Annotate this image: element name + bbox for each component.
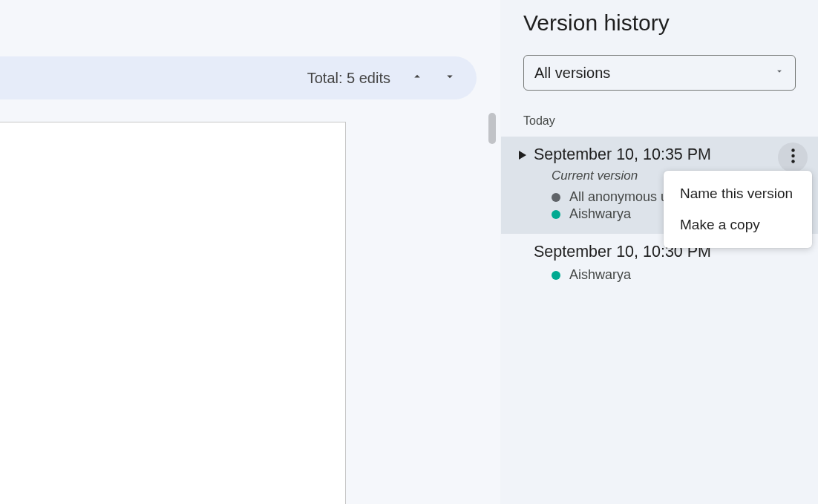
body-line: your SaaS platform, and a <box>0 379 293 402</box>
body-line: sfied customer and one who quickly <box>0 402 293 426</box>
document-paragraph: your SaaS platform, and a sfied customer… <box>0 379 293 449</box>
document-area: Total: 5 edits roduct Tour for -by-Step … <box>0 0 500 504</box>
filter-selected-label: All versions <box>534 65 610 82</box>
svg-point-2 <box>791 160 794 163</box>
version-history-panel: Version history All versions Today Septe… <box>500 0 818 504</box>
edits-summary-bar: Total: 5 edits <box>0 56 477 99</box>
body-line: hat engages users, showcases key <box>0 488 293 504</box>
editor-row: Aishwarya <box>552 267 796 283</box>
version-filter-select[interactable]: All versions <box>523 55 796 91</box>
menu-name-version[interactable]: Name this version <box>664 178 812 209</box>
expand-icon[interactable] <box>517 151 528 160</box>
document-title: roduct Tour for -by-Step Guide <box>0 241 293 340</box>
menu-make-copy[interactable]: Make a copy <box>664 209 812 240</box>
caret-down-icon <box>774 66 785 79</box>
editor-color-dot <box>552 271 560 280</box>
editor-color-dot <box>552 210 560 219</box>
version-timestamp: September 10, 10:35 PM <box>534 145 711 164</box>
more-vert-icon <box>791 148 795 166</box>
version-more-button[interactable] <box>778 143 808 172</box>
editor-color-dot <box>552 193 560 202</box>
app-root: Total: 5 edits roduct Tour for -by-Step … <box>0 0 818 504</box>
next-edit-button[interactable] <box>435 63 465 93</box>
svg-point-0 <box>791 148 794 151</box>
body-line: rates value, and helps them <box>0 426 293 450</box>
document-paragraph: hat engages users, showcases key <box>0 488 293 504</box>
editor-name: Aishwarya <box>569 206 631 222</box>
document-page: roduct Tour for -by-Step Guide your SaaS… <box>0 122 346 504</box>
chevron-down-icon <box>443 70 457 86</box>
svg-point-1 <box>791 154 794 157</box>
editor-name: Aishwarya <box>569 267 631 283</box>
panel-title: Version history <box>501 0 818 36</box>
group-label-today: Today <box>501 91 818 137</box>
scrollbar-thumb[interactable] <box>488 113 496 144</box>
version-header: September 10, 10:35 PM <box>517 145 796 164</box>
version-context-menu: Name this version Make a copy <box>664 171 812 248</box>
chevron-up-icon <box>410 70 424 86</box>
title-line: -by-Step Guide <box>0 298 293 341</box>
edits-count-label: Total: 5 edits <box>307 70 390 87</box>
prev-edit-button[interactable] <box>402 63 432 93</box>
